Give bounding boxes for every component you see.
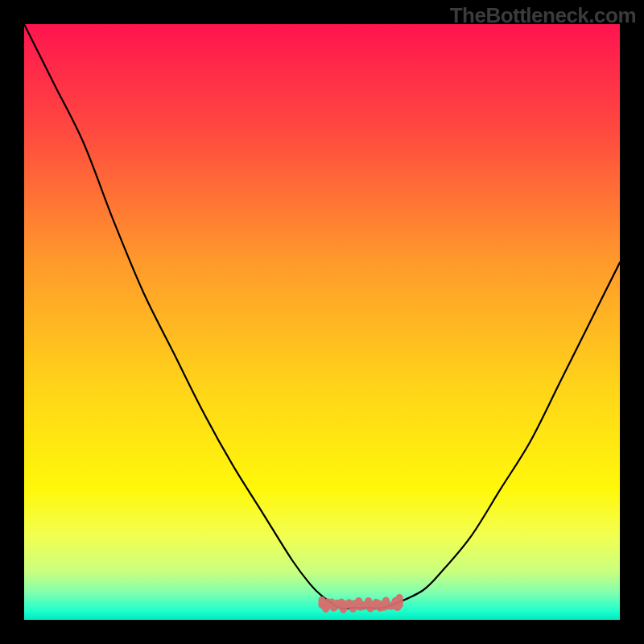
optimal-region-marker [322,598,399,610]
watermark-text: TheBottleneck.com [450,3,636,28]
chart-frame: TheBottleneck.com [0,0,644,644]
plot-area [24,24,620,620]
curve-layer [24,24,620,620]
bottleneck-curve [24,24,620,609]
